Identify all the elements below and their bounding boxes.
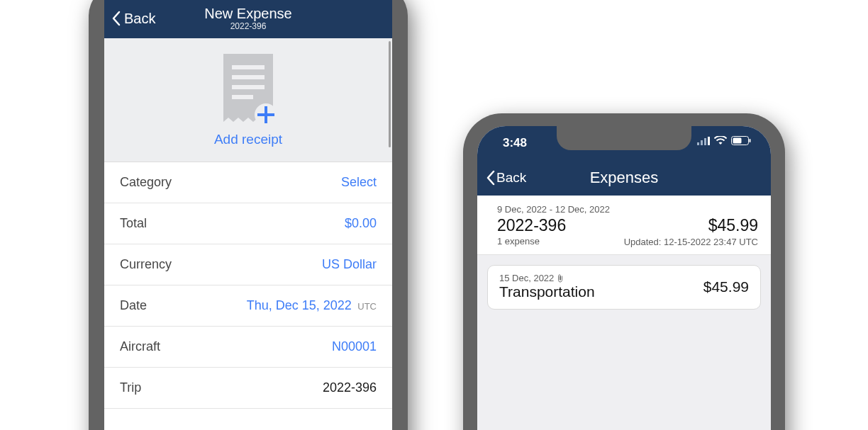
back-label: Back [496, 170, 526, 186]
row-value: N00001 [332, 339, 377, 354]
timezone-label: UTC [357, 301, 377, 312]
form-rows: Category Select Total $0.00 Currency US … [104, 162, 392, 409]
row-value: $0.00 [345, 216, 377, 231]
add-receipt-label: Add receipt [214, 132, 282, 147]
row-value: 2022-396 [323, 380, 377, 395]
expense-item[interactable]: 15 Dec, 2022 Transportation $45.99 [487, 265, 761, 310]
phone-left-frame: Back New Expense 2022-396 Add receipt [89, 0, 408, 430]
paperclip-icon [557, 274, 564, 283]
svg-rect-9 [701, 140, 703, 145]
row-label: Total [120, 216, 147, 231]
trip-date-range: 9 Dec, 2022 - 12 Dec, 2022 [497, 204, 610, 215]
status-time: 3:48 [503, 136, 527, 150]
cellular-icon [697, 137, 710, 145]
row-label: Date [120, 298, 147, 313]
scrollbar[interactable] [389, 41, 391, 147]
row-value: Thu, Dec 15, 2022 [247, 298, 352, 312]
svg-rect-4 [232, 95, 253, 99]
row-value: Select [341, 175, 377, 190]
add-receipt-button[interactable]: Add receipt [104, 38, 392, 162]
battery-icon [731, 136, 751, 145]
phone-notch [557, 126, 691, 150]
navbar: Back New Expense 2022-396 [104, 0, 392, 38]
trip-total-amount: $45.99 [624, 216, 758, 235]
row-label: Category [120, 175, 172, 190]
chevron-left-icon [486, 170, 495, 186]
back-label: Back [124, 11, 155, 27]
row-trip[interactable]: Trip 2022-396 [104, 368, 392, 409]
trip-summary[interactable]: 9 Dec, 2022 - 12 Dec, 2022 2022-396 1 ex… [477, 196, 771, 255]
row-label: Currency [120, 257, 172, 272]
svg-rect-8 [697, 142, 699, 145]
trip-code: 2022-396 [497, 216, 610, 235]
row-label: Aircraft [120, 339, 160, 354]
trip-expense-count: 1 expense [497, 236, 610, 247]
navbar: Back Expenses [477, 160, 771, 196]
row-label: Trip [120, 380, 141, 395]
svg-rect-1 [232, 65, 265, 69]
receipt-add-icon [218, 54, 279, 128]
svg-rect-13 [733, 138, 742, 144]
phone-right-screen: 3:48 [477, 126, 771, 430]
svg-rect-11 [708, 137, 710, 145]
wifi-icon [714, 136, 727, 145]
row-date[interactable]: Date Thu, Dec 15, 2022 UTC [104, 285, 392, 327]
back-button[interactable]: Back [486, 170, 526, 186]
svg-rect-3 [232, 85, 265, 89]
phone-left-screen: Back New Expense 2022-396 Add receipt [104, 0, 392, 430]
row-aircraft[interactable]: Aircraft N00001 [104, 327, 392, 368]
chevron-left-icon [111, 11, 121, 26]
svg-rect-10 [704, 138, 706, 145]
phone-right-frame: 3:48 [463, 113, 785, 430]
expense-name: Transportation [499, 283, 595, 300]
trip-updated: Updated: 12-15-2022 23:47 UTC [624, 237, 758, 247]
row-value: US Dollar [322, 257, 377, 272]
row-currency[interactable]: Currency US Dollar [104, 244, 392, 285]
row-total[interactable]: Total $0.00 [104, 203, 392, 244]
expense-date: 15 Dec, 2022 [499, 273, 554, 283]
back-button[interactable]: Back [111, 11, 155, 27]
row-category[interactable]: Category Select [104, 162, 392, 203]
svg-rect-14 [750, 139, 751, 142]
svg-rect-2 [232, 75, 265, 79]
expense-amount: $45.99 [703, 278, 749, 295]
